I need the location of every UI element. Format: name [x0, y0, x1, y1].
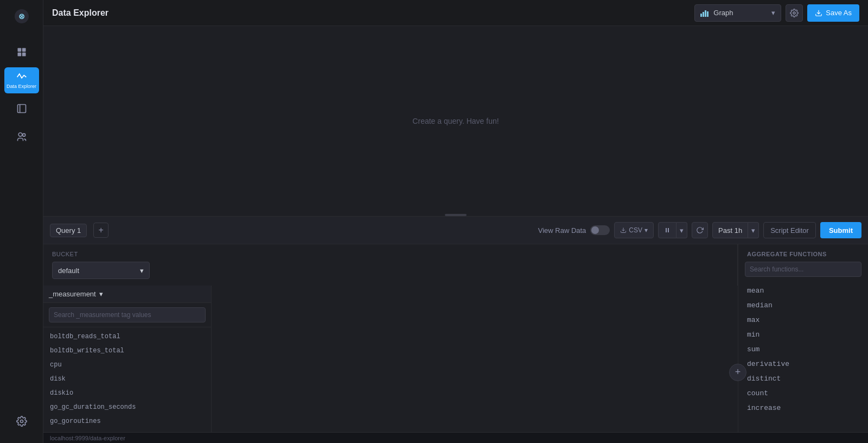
topbar-actions: Graph ▾ Save As — [694, 4, 859, 22]
view-raw-data-section: View Raw Data — [538, 225, 610, 235]
aggregate-item[interactable]: median — [738, 298, 868, 313]
measurement-search — [43, 303, 211, 327]
aggregate-item[interactable]: max — [738, 313, 868, 327]
measurement-dropdown-chevron: ▾ — [99, 290, 103, 298]
aggregate-item[interactable]: count — [738, 386, 868, 401]
measurement-search-input[interactable] — [49, 307, 206, 322]
svg-rect-3 — [22, 48, 25, 52]
aggregate-functions-header: AGGREGATE FUNCTIONS — [738, 244, 868, 262]
measurement-item[interactable]: diskio — [43, 386, 211, 400]
sidebar: ⊗ Data Explorer — [0, 0, 43, 443]
svg-rect-5 — [22, 53, 25, 56]
aggregate-item[interactable]: distinct — [738, 371, 868, 386]
page-title: Data Explorer — [52, 8, 694, 18]
graph-selector-label: Graph — [713, 9, 767, 17]
view-raw-data-toggle[interactable] — [590, 225, 610, 235]
nav-item-notebooks[interactable] — [4, 96, 39, 122]
aggregate-search — [738, 262, 868, 281]
measurement-item[interactable]: boltdb_reads_total — [43, 330, 211, 344]
measurement-item[interactable]: go_info — [43, 428, 211, 432]
bucket-chevron-icon: ▾ — [140, 267, 144, 275]
nav-item-members[interactable] — [4, 124, 39, 150]
csv-chevron-icon: ▾ — [644, 226, 648, 234]
measurement-column-header: _measurement ▾ — [43, 286, 211, 303]
measurement-item[interactable]: go_goroutines — [43, 414, 211, 428]
bucket-section: Bucket default ▾ — [43, 244, 738, 286]
pause-chevron-button[interactable]: ▾ — [676, 222, 687, 238]
time-range-group: Past 1h ▾ — [712, 222, 759, 238]
add-query-button[interactable]: + — [93, 223, 108, 238]
query-tab[interactable]: Query 1 — [50, 224, 87, 237]
query-builder: Bucket default ▾ _measurement ▾ — [43, 244, 868, 432]
svg-rect-12 — [703, 12, 704, 17]
svg-rect-4 — [17, 53, 21, 56]
svg-text:⊗: ⊗ — [18, 12, 25, 21]
save-as-label: Save As — [826, 9, 852, 17]
svg-point-9 — [22, 134, 25, 136]
chart-area: Create a query. Have fun! — [43, 26, 868, 216]
main-content: Data Explorer Graph ▾ — [43, 0, 868, 443]
toggle-knob — [591, 226, 599, 234]
save-as-button[interactable]: Save As — [807, 4, 859, 22]
svg-rect-11 — [700, 14, 702, 17]
svg-point-10 — [20, 420, 23, 423]
aggregate-item[interactable]: mean — [738, 283, 868, 298]
svg-point-15 — [793, 12, 795, 14]
filter-columns: _measurement ▾ boltdb_reads_totalboltdb_… — [43, 286, 738, 432]
measurement-item[interactable]: cpu — [43, 358, 211, 372]
csv-label: CSV — [629, 226, 642, 234]
svg-rect-14 — [707, 11, 709, 17]
chart-resize-handle[interactable] — [445, 214, 467, 216]
aggregate-item[interactable]: sum — [738, 342, 868, 357]
query-tab-label: Query 1 — [56, 226, 81, 235]
aggregate-search-input[interactable] — [745, 262, 861, 277]
aggregate-functions-panel: AGGREGATE FUNCTIONS meanmedianmaxminsumd… — [738, 244, 868, 432]
aggregate-item[interactable]: increase — [738, 401, 868, 415]
svg-rect-2 — [17, 48, 21, 52]
measurement-item[interactable]: disk — [43, 372, 211, 386]
nav-item-settings[interactable] — [4, 408, 39, 434]
bucket-value: default — [58, 267, 79, 275]
measurement-item[interactable]: boltdb_writes_total — [43, 344, 211, 358]
view-raw-data-label: View Raw Data — [538, 226, 586, 235]
measurement-item[interactable]: go_gc_duration_seconds — [43, 400, 211, 414]
add-filter-column-button[interactable]: + — [729, 364, 746, 381]
app-logo: ⊗ — [12, 7, 31, 26]
query-bar-right: View Raw Data CSV ▾ — [538, 222, 861, 238]
script-editor-button[interactable]: Script Editor — [763, 222, 816, 238]
time-range-button[interactable]: Past 1h — [712, 222, 748, 238]
aggregate-item[interactable]: min — [738, 327, 868, 342]
graph-selector[interactable]: Graph ▾ — [694, 4, 781, 22]
csv-button[interactable]: CSV ▾ — [614, 222, 654, 238]
svg-point-8 — [18, 133, 22, 137]
topbar: Data Explorer Graph ▾ — [43, 0, 868, 26]
svg-rect-6 — [17, 105, 25, 113]
script-editor-label: Script Editor — [770, 226, 809, 235]
measurement-dropdown-label: _measurement — [49, 290, 96, 298]
measurement-column: _measurement ▾ boltdb_reads_totalboltdb_… — [43, 286, 212, 432]
nav-item-data-explorer-label: Data Explorer — [7, 84, 36, 89]
submit-label: Submit — [829, 226, 853, 235]
svg-rect-13 — [705, 10, 706, 17]
submit-button[interactable]: Submit — [820, 222, 861, 238]
pause-button-group: ▾ — [658, 222, 687, 238]
settings-button[interactable] — [786, 4, 803, 22]
svg-rect-19 — [668, 228, 669, 232]
pause-button[interactable] — [658, 222, 676, 238]
time-range-label: Past 1h — [718, 226, 742, 235]
measurement-items-list: boltdb_reads_totalboltdb_writes_totalcpu… — [43, 327, 211, 432]
chart-placeholder-text: Create a query. Have fun! — [412, 117, 499, 125]
measurement-dropdown[interactable]: _measurement ▾ — [49, 290, 103, 298]
query-builder-left: Bucket default ▾ _measurement ▾ — [43, 244, 738, 432]
nav-item-dashboards[interactable] — [4, 39, 39, 65]
statusbar-url: localhost:9999/data-explorer — [50, 435, 125, 441]
refresh-button[interactable] — [692, 222, 708, 238]
nav-item-data-explorer[interactable]: Data Explorer — [4, 67, 39, 93]
bucket-select[interactable]: default ▾ — [52, 262, 150, 279]
graph-icon — [700, 9, 709, 17]
svg-rect-18 — [666, 228, 667, 232]
query-bar: Query 1 + View Raw Data CSV ▾ — [43, 216, 868, 244]
statusbar: localhost:9999/data-explorer — [43, 432, 868, 443]
time-range-chevron-button[interactable]: ▾ — [748, 222, 759, 238]
aggregate-item[interactable]: derivative — [738, 357, 868, 371]
